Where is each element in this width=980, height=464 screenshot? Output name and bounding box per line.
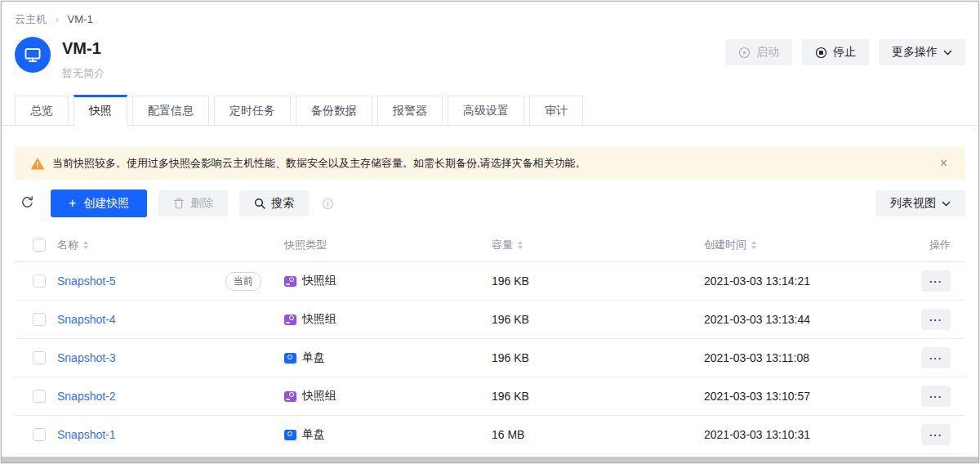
- create-snapshot-button[interactable]: + 创建快照: [51, 190, 147, 217]
- tab-audit[interactable]: 审计: [529, 96, 583, 126]
- table-row: Snapshot-5 当前 快照组 196 KB 2021-03-03 13:1…: [15, 262, 965, 301]
- row-checkbox[interactable]: [33, 428, 46, 441]
- breadcrumb-root-link[interactable]: 云主机: [15, 13, 47, 25]
- camera-group-icon: [284, 315, 296, 325]
- select-all-checkbox[interactable]: [33, 239, 46, 252]
- table-row: Snapshot-1 单盘 16 MB 2021-03-03 13:10:31 …: [15, 416, 965, 454]
- snapshot-type-label: 快照组: [302, 389, 336, 404]
- search-button[interactable]: 搜索: [239, 190, 309, 216]
- column-actions: 操作: [913, 238, 965, 252]
- breadcrumb-separator-icon: ›: [56, 13, 59, 25]
- play-circle-icon: [738, 47, 751, 59]
- row-actions-button[interactable]: ···: [921, 270, 951, 292]
- chevron-down-icon: [942, 201, 951, 207]
- vm-detail-page: 云主机 › VM-1 VM-1 暂无简介: [1, 1, 979, 463]
- delete-snapshot-label: 删除: [190, 196, 213, 211]
- tab-alarms[interactable]: 报警器: [377, 96, 443, 126]
- snapshot-name-link[interactable]: Snapshot-3: [57, 351, 116, 364]
- chevron-down-icon: [943, 50, 952, 56]
- table-row: Snapshot-4 快照组 196 KB 2021-03-03 13:13:4…: [15, 301, 965, 339]
- search-icon: [254, 198, 265, 209]
- tab-bar: 总览 快照 配置信息 定时任务 备份数据 报警器 高级设置 审计: [2, 95, 978, 126]
- tab-backup-data[interactable]: 备份数据: [296, 96, 372, 126]
- created-time-value: 2021-03-03 13:10:31: [704, 428, 913, 441]
- alert-close-button[interactable]: ×: [935, 155, 952, 172]
- row-actions-button[interactable]: ···: [921, 424, 951, 445]
- page-header: VM-1 暂无简介 启动: [2, 27, 978, 81]
- snapshot-name-link[interactable]: Snapshot-5: [57, 274, 116, 288]
- camera-single-icon: [284, 430, 296, 440]
- column-created[interactable]: 创建时间: [704, 238, 756, 252]
- snapshot-type-label: 单盘: [302, 427, 325, 442]
- row-actions-button[interactable]: ···: [921, 386, 951, 407]
- capacity-value: 196 KB: [492, 274, 704, 288]
- stop-vm-button[interactable]: 停止: [802, 39, 869, 65]
- create-snapshot-label: 创建快照: [83, 196, 129, 211]
- created-time-value: 2021-03-03 13:10:57: [704, 390, 913, 403]
- refresh-button[interactable]: [15, 190, 39, 216]
- column-name[interactable]: 名称: [57, 238, 88, 252]
- vm-monitor-icon: [15, 37, 51, 73]
- table-row: Snapshot-2 快照组 196 KB 2021-03-03 13:10:5…: [15, 377, 965, 416]
- snapshot-toolbar: + 创建快照 删除: [15, 190, 965, 217]
- row-checkbox[interactable]: [33, 274, 46, 288]
- sort-icon[interactable]: [83, 241, 88, 249]
- capacity-value: 196 KB: [492, 313, 704, 326]
- camera-group-icon: [284, 276, 296, 287]
- table-header-row: 名称 快照类型 容量 创建时间 操作: [15, 228, 965, 262]
- more-actions-button[interactable]: 更多操作: [879, 39, 965, 65]
- tab-configuration[interactable]: 配置信息: [132, 96, 209, 126]
- tab-advanced-settings[interactable]: 高级设置: [448, 96, 524, 126]
- snapshot-type-label: 快照组: [302, 312, 336, 327]
- capacity-value: 196 KB: [492, 390, 704, 403]
- camera-single-icon: [284, 353, 296, 364]
- snapshot-type-label: 单盘: [302, 350, 325, 365]
- snapshot-name-link[interactable]: Snapshot-2: [57, 390, 116, 403]
- close-icon: ×: [940, 156, 947, 170]
- view-mode-dropdown[interactable]: 列表视图: [875, 190, 965, 216]
- tab-scheduled-tasks[interactable]: 定时任务: [214, 96, 291, 126]
- more-actions-label: 更多操作: [892, 45, 938, 60]
- snapshot-type-label: 快照组: [302, 274, 336, 288]
- created-time-value: 2021-03-03 13:11:08: [704, 351, 913, 364]
- snapshot-name-link[interactable]: Snapshot-1: [57, 428, 116, 441]
- refresh-icon: [20, 195, 34, 212]
- tab-snapshots[interactable]: 快照: [74, 95, 127, 126]
- stop-vm-label: 停止: [833, 45, 856, 60]
- column-type: 快照类型: [284, 238, 492, 252]
- breadcrumb: 云主机 › VM-1: [2, 2, 978, 27]
- current-badge: 当前: [225, 272, 261, 291]
- camera-group-icon: [284, 391, 296, 402]
- row-actions-button[interactable]: ···: [921, 309, 951, 330]
- horizontal-scrollbar[interactable]: [2, 457, 978, 462]
- snapshot-name-link[interactable]: Snapshot-4: [57, 313, 116, 326]
- table-row: Snapshot-3 单盘 196 KB 2021-03-03 13:11:08…: [15, 339, 965, 377]
- stop-circle-icon: [815, 47, 827, 59]
- row-checkbox[interactable]: [33, 313, 46, 326]
- snapshot-table: 名称 快照类型 容量 创建时间 操作: [15, 228, 965, 454]
- info-icon[interactable]: [322, 198, 334, 210]
- sort-icon[interactable]: [518, 241, 523, 249]
- capacity-value: 16 MB: [492, 428, 704, 441]
- created-time-value: 2021-03-03 13:14:21: [704, 274, 913, 288]
- start-vm-label: 启动: [756, 45, 779, 60]
- row-checkbox[interactable]: [33, 390, 46, 403]
- created-time-value: 2021-03-03 13:13:44: [704, 313, 913, 326]
- plus-icon: +: [69, 197, 76, 210]
- page-subtitle: 暂无简介: [62, 66, 105, 81]
- start-vm-button[interactable]: 启动: [725, 39, 792, 65]
- view-mode-label: 列表视图: [890, 196, 936, 211]
- sort-icon[interactable]: [751, 241, 756, 249]
- row-actions-button[interactable]: ···: [921, 347, 951, 368]
- delete-snapshot-button[interactable]: 删除: [158, 190, 228, 216]
- column-capacity[interactable]: 容量: [492, 238, 523, 252]
- page-title: VM-1: [62, 37, 105, 58]
- trash-icon: [173, 198, 185, 209]
- breadcrumb-current: VM-1: [68, 13, 93, 25]
- row-checkbox[interactable]: [33, 351, 46, 364]
- capacity-value: 196 KB: [492, 351, 704, 364]
- warning-message: 当前快照较多。使用过多快照会影响云主机性能、数据安全以及主存储容量。如需长期备份…: [52, 156, 927, 171]
- tab-overview[interactable]: 总览: [15, 96, 69, 126]
- snapshot-warning-banner: 当前快照较多。使用过多快照会影响云主机性能、数据安全以及主存储容量。如需长期备份…: [15, 147, 965, 180]
- search-label: 搜索: [271, 196, 294, 211]
